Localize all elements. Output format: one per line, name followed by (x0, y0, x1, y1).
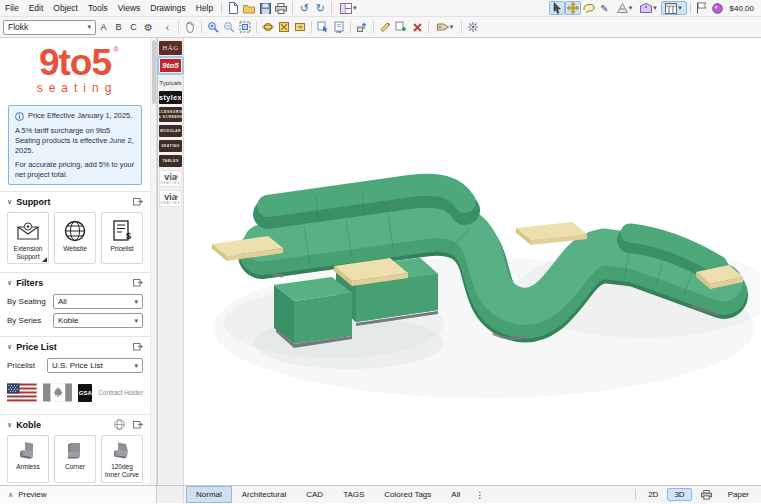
popout-icon[interactable] (133, 278, 143, 287)
3d-viewport[interactable] (184, 38, 761, 485)
product-tile-120deg-inner-curve[interactable]: 120deg Inner Curve (101, 435, 143, 483)
save-icon[interactable] (257, 1, 273, 15)
series-globe-icon[interactable] (114, 419, 125, 430)
viewports-icon[interactable]: ▾ (335, 1, 361, 15)
tab-all[interactable]: All (441, 486, 470, 503)
view-2d-button[interactable]: 2D (641, 488, 665, 501)
new-document-icon[interactable] (225, 1, 241, 15)
pan-hand-icon[interactable] (182, 20, 198, 34)
support-tile-extension[interactable]: Extension Support (7, 212, 49, 264)
preview-panel-toggle[interactable]: ∧ Preview (0, 486, 157, 503)
paste-drawing-icon[interactable] (331, 20, 347, 34)
delete-icon[interactable] (409, 20, 425, 34)
orbit-icon[interactable] (260, 20, 276, 34)
zoom-out-icon[interactable] (221, 20, 237, 34)
strip-filler (157, 486, 184, 503)
product-tile-corner[interactable]: Corner (54, 435, 96, 483)
brand-tab-9to5[interactable]: 9to5 (159, 58, 182, 73)
website-globe-icon (64, 219, 86, 243)
move-icon[interactable] (565, 1, 581, 15)
settings-gear-icon[interactable]: ⚙ (141, 22, 156, 33)
popout-icon[interactable] (133, 342, 143, 351)
sidebar-scrollbar[interactable] (150, 38, 157, 485)
tab-colored-tags[interactable]: Colored Tags (374, 486, 441, 503)
brand-tab-modular[interactable]: MODULAR (159, 125, 182, 137)
tab-cad[interactable]: CAD (296, 486, 333, 503)
tab-tags[interactable]: TAGS (333, 486, 374, 503)
brand-tab-stylex[interactable]: stylex (159, 91, 182, 104)
pricelist-select[interactable]: U.S. Price List ▾ (47, 358, 143, 373)
gsa-logo: GSA (78, 384, 92, 402)
menu-help[interactable]: Help (191, 3, 218, 13)
tab-normal[interactable]: Normal (186, 486, 232, 503)
hierarchy-icon[interactable]: ▾ (613, 1, 637, 15)
menu-object[interactable]: Object (48, 3, 83, 13)
menu-views[interactable]: Views (113, 3, 146, 13)
chevron-down-icon[interactable]: ∨ (7, 421, 12, 429)
brand-tab-tables[interactable]: TABLES (159, 155, 182, 167)
zoom-extents-icon[interactable] (237, 20, 253, 34)
redo-icon[interactable]: ↻ (312, 1, 328, 15)
menu-tools[interactable]: Tools (83, 3, 113, 13)
copy-drawing-icon[interactable] (315, 20, 331, 34)
draw-pen-icon[interactable]: ✎ (597, 1, 613, 15)
3d-scene[interactable] (184, 38, 760, 485)
view-paper-button[interactable]: Paper (721, 488, 756, 501)
popout-icon[interactable] (133, 420, 143, 429)
open-folder-icon[interactable] (241, 1, 257, 15)
logo-seating: seating (4, 81, 150, 95)
walk-view-icon[interactable] (292, 20, 308, 34)
print-icon[interactable] (273, 1, 289, 15)
filters-section: ∨ Filters By Seating All ▾ By Series Kob… (0, 272, 150, 336)
popout-icon[interactable] (133, 197, 143, 206)
schedule-table-icon[interactable]: ▾ (661, 1, 687, 15)
chevron-down-icon[interactable]: ∨ (7, 198, 12, 206)
brand-tab-seating[interactable]: SEATING (159, 140, 182, 152)
elevate-icon[interactable] (354, 20, 370, 34)
flag-icon[interactable] (694, 1, 710, 15)
brand-tab-via-2[interactable]: viaSEATING■ (159, 190, 182, 207)
by-series-select[interactable]: Koble ▾ (53, 313, 143, 328)
chevron-down-icon: ▾ (134, 317, 138, 325)
measure-pencil-icon[interactable] (377, 20, 393, 34)
brand-tab-via-1[interactable]: viaSEATING■ (159, 170, 182, 187)
alt-a-button[interactable]: A (96, 22, 111, 32)
scrollbar-thumb[interactable] (152, 40, 156, 104)
tag-icon[interactable]: ▾ (637, 1, 661, 15)
support-tile-website[interactable]: Website (54, 212, 96, 264)
explode-icon[interactable] (465, 20, 481, 34)
product-tile-label: Corner (64, 463, 86, 471)
undo-icon[interactable]: ↺ (296, 1, 312, 15)
brand-tab-typicals[interactable]: Typicals (159, 76, 182, 88)
spin-view-icon[interactable] (276, 20, 292, 34)
chevron-down-icon[interactable]: ∨ (7, 343, 12, 351)
by-seating-select[interactable]: All ▾ (53, 294, 143, 309)
menu-file[interactable]: File (0, 3, 24, 13)
print-preview-icon[interactable] (694, 488, 719, 502)
view-tabs: Normal Architectural CAD TAGS Colored Ta… (184, 486, 489, 503)
lasso-select-icon[interactable] (581, 1, 597, 15)
product-tile-armless[interactable]: Armless (7, 435, 49, 483)
pricelist-value: U.S. Price List (52, 361, 133, 370)
clone-icon[interactable] (393, 20, 409, 34)
separator (331, 2, 332, 14)
render-sphere-icon[interactable] (710, 1, 726, 15)
tab-architectural[interactable]: Architectural (232, 486, 296, 503)
chevron-down-icon[interactable]: ∨ (7, 279, 12, 287)
tag-filter-icon[interactable]: ▾ (432, 20, 458, 34)
manufacturer-strip: HÅG 9to5 Typicals stylex ACCESSORIES & S… (157, 38, 184, 485)
select-cursor-icon[interactable] (549, 1, 565, 15)
collapse-sidebar-icon[interactable]: ‹ (160, 22, 175, 33)
alt-b-button[interactable]: B (111, 22, 126, 32)
brand-tab-accessories-screens[interactable]: ACCESSORIES & SCREENS (159, 107, 182, 122)
catalog-select[interactable]: Flokk ▾ (3, 20, 96, 35)
support-tile-pricelist[interactable]: $ Pricelist (101, 212, 143, 264)
view-3d-button[interactable]: 3D (667, 488, 691, 501)
product-tile-label: Armless (15, 463, 40, 471)
zoom-in-icon[interactable] (205, 20, 221, 34)
alt-c-button[interactable]: C (126, 22, 141, 32)
menu-drawings[interactable]: Drawings (145, 3, 190, 13)
menu-edit[interactable]: Edit (24, 3, 49, 13)
brand-tab-hag[interactable]: HÅG (159, 41, 182, 55)
tab-overflow-menu-icon[interactable]: ⋮ (470, 486, 489, 503)
